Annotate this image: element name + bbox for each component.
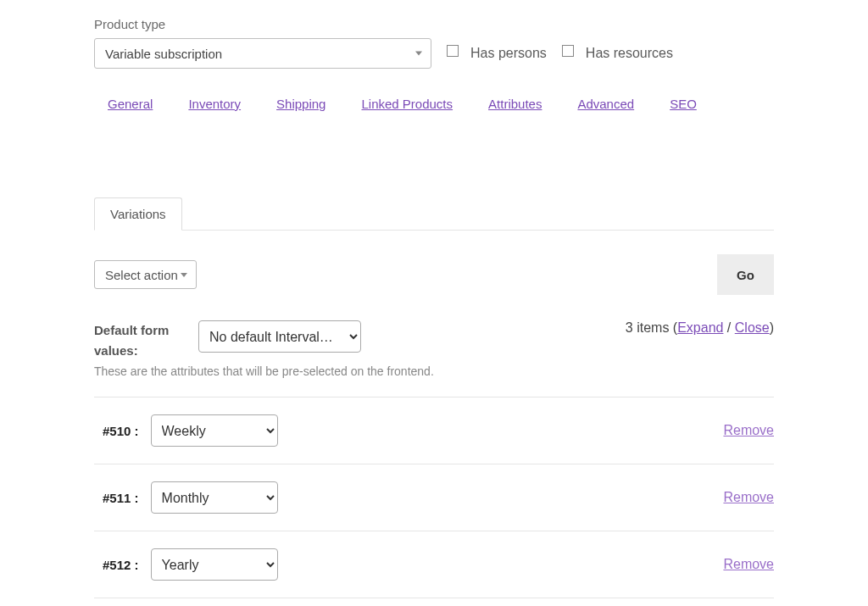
items-info-bottom: 3 items (Expand / Close) (94, 598, 774, 606)
tab-general[interactable]: General (108, 90, 153, 126)
tab-seo[interactable]: SEO (670, 90, 697, 126)
has-resources-checkbox[interactable] (562, 45, 574, 57)
variation-id: #510 : (103, 424, 139, 438)
variation-id: #512 : (103, 558, 139, 572)
tab-variations[interactable]: Variations (94, 197, 182, 231)
remove-variation-link[interactable]: Remove (723, 557, 774, 572)
remove-variation-link[interactable]: Remove (723, 423, 774, 438)
select-action-label: Select action (105, 268, 178, 282)
has-persons-checkbox[interactable] (447, 45, 459, 57)
variation-value-select[interactable]: Yearly (151, 548, 278, 581)
go-button[interactable]: Go (717, 254, 774, 295)
items-count-text: 3 items ( (626, 320, 677, 335)
tab-shipping[interactable]: Shipping (276, 90, 326, 126)
product-tabs: General Inventory Shipping Linked Produc… (94, 90, 774, 231)
close-link[interactable]: Close (735, 320, 770, 335)
default-help-text: These are the attributes that will be pr… (94, 364, 774, 378)
product-type-select[interactable]: Variable subscription (94, 38, 431, 69)
product-type-value: Variable subscription (105, 47, 222, 61)
variation-row: #512 : Yearly Remove (94, 531, 774, 598)
variation-row: #511 : Monthly Remove (94, 464, 774, 531)
default-form-values-select[interactable]: No default Interval… (198, 320, 361, 353)
default-form-values-label: Default form values: (94, 320, 183, 361)
variation-id: #511 : (103, 491, 139, 505)
variation-value-select[interactable]: Weekly (151, 414, 278, 447)
tab-inventory[interactable]: Inventory (188, 90, 241, 126)
chevron-down-icon (181, 273, 187, 277)
remove-variation-link[interactable]: Remove (723, 490, 774, 505)
tab-advanced[interactable]: Advanced (577, 90, 634, 126)
expand-link[interactable]: Expand (677, 320, 723, 335)
product-type-label: Product type (94, 17, 774, 31)
tab-attributes[interactable]: Attributes (488, 90, 542, 126)
items-info-top: 3 items (Expand / Close) (626, 320, 774, 336)
has-persons-label: Has persons (470, 46, 547, 61)
variation-row: #510 : Weekly Remove (94, 397, 774, 464)
variation-value-select[interactable]: Monthly (151, 481, 278, 514)
has-resources-label: Has resources (586, 46, 673, 61)
select-action-dropdown[interactable]: Select action (94, 260, 197, 289)
tab-linked-products[interactable]: Linked Products (361, 90, 453, 126)
chevron-down-icon (415, 52, 422, 56)
